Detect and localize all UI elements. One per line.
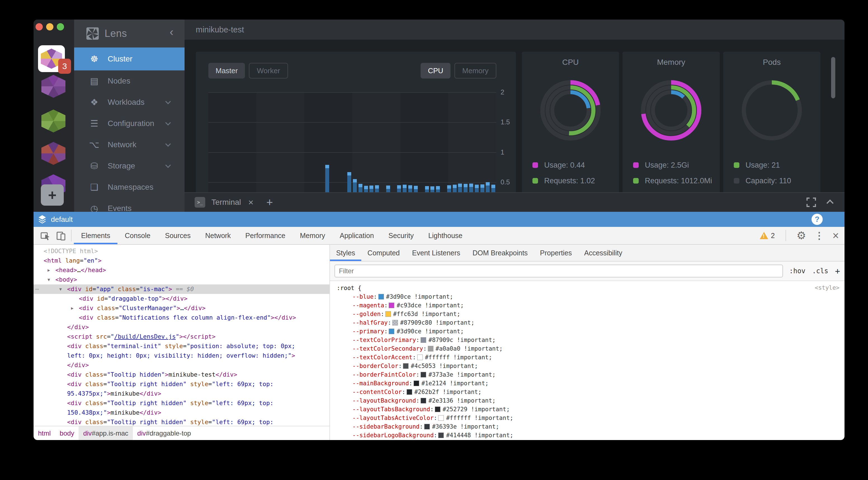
more-options-icon[interactable]: ⋮	[814, 230, 824, 241]
help-button[interactable]: ?	[811, 214, 823, 225]
color-swatch[interactable]	[407, 389, 412, 395]
sidebar-item-nodes[interactable]: ▤Nodes	[74, 70, 185, 92]
color-swatch[interactable]	[438, 433, 444, 438]
css-declaration[interactable]: --textColorSecondary:#a0a0a0 !important;	[330, 344, 844, 353]
dom-tree-row[interactable]: <html lang="en">	[34, 256, 330, 266]
cpu-tab-button[interactable]: CPU	[421, 63, 451, 78]
dom-tree-row[interactable]: <div class="terminal-init" style="positi…	[34, 341, 330, 351]
css-declaration[interactable]: --layoutBackground:#2e3136 !important;	[330, 397, 844, 405]
color-swatch[interactable]	[424, 424, 430, 430]
css-declaration[interactable]: --mainBackground:#1e2124 !important;	[330, 379, 844, 388]
css-declaration[interactable]: --magenta:#c93dce !important;	[330, 301, 844, 310]
dom-tree-row[interactable]: <div class="Notifications flex column al…	[34, 313, 330, 322]
sidebar-item-cluster[interactable]: ☸Cluster	[74, 47, 185, 70]
tab-network[interactable]: Network	[198, 227, 238, 244]
device-toolbar-icon[interactable]	[53, 227, 69, 244]
chevron-down-icon[interactable]	[165, 120, 171, 126]
color-swatch[interactable]	[421, 398, 426, 404]
dom-tree-row[interactable]: ▶<div class="ClusterManager">…</div>	[34, 303, 330, 313]
tab-sources[interactable]: Sources	[158, 227, 198, 244]
css-declaration[interactable]: --primary:#3d90ce !important;	[330, 327, 844, 336]
sidebar-item-workloads[interactable]: ❖Workloads	[74, 92, 185, 113]
css-declaration[interactable]: --golden:#ffc63d !important;	[330, 310, 844, 318]
breadcrumb-item[interactable]: html	[34, 426, 55, 440]
tab-application[interactable]: Application	[333, 227, 381, 244]
minimize-button[interactable]	[46, 23, 54, 30]
chevron-down-icon[interactable]	[165, 99, 171, 104]
row-menu-icon[interactable]: ⋯	[35, 284, 39, 294]
dom-tree-row[interactable]: ▶<head>…</head>	[34, 266, 330, 275]
terminal-close-icon[interactable]: ×	[248, 197, 254, 208]
dom-tree-row[interactable]: <div class="Tooltip hidden">minikube-tes…	[34, 370, 330, 379]
warnings-badge[interactable]: 2	[760, 232, 775, 240]
color-swatch[interactable]	[389, 329, 394, 334]
collapsed-arrow-icon[interactable]: ▶	[48, 266, 50, 275]
tab-lighthouse[interactable]: Lighthouse	[421, 227, 469, 244]
dom-tree-row[interactable]: <script src="/build/LensDev.js"></script…	[34, 332, 330, 341]
close-button[interactable]	[35, 23, 43, 30]
cluster-icon[interactable]	[41, 142, 65, 165]
cls-toggle[interactable]: .cls	[812, 267, 828, 275]
css-declaration[interactable]: --textColorAccent:#ffffff !important;	[330, 353, 844, 362]
sidebar-tab-styles[interactable]: Styles	[330, 245, 361, 261]
sidebar-tab-computed[interactable]: Computed	[361, 245, 406, 261]
css-declaration[interactable]: --layoutTabsBackground:#252729 !importan…	[330, 405, 844, 414]
dom-tree-row[interactable]: </div>	[34, 361, 330, 370]
styles-filter-input[interactable]	[335, 265, 783, 277]
fullscreen-icon[interactable]	[806, 198, 816, 207]
css-declaration[interactable]: --sidebarActiveColor:#ffffff !important;	[330, 440, 844, 440]
sidebar-item-storage[interactable]: ⛁Storage	[74, 155, 185, 177]
dom-tree-row[interactable]: ▼<body>	[34, 275, 330, 284]
expanded-arrow-icon[interactable]: ▼	[59, 284, 62, 294]
expanded-arrow-icon[interactable]: ▼	[48, 275, 50, 284]
css-declaration[interactable]: --layoutTabsActiveColor:#ffffff !importa…	[330, 414, 844, 422]
color-swatch[interactable]	[389, 303, 394, 308]
tab-memory[interactable]: Memory	[292, 227, 332, 244]
color-swatch[interactable]	[435, 407, 440, 412]
css-declaration[interactable]: --borderFaintColor:#373a3e !important;	[330, 371, 844, 379]
cluster-icon[interactable]	[41, 75, 65, 98]
terminal-tab[interactable]: Terminal	[211, 198, 241, 207]
devtools-close-icon[interactable]: ×	[833, 229, 839, 242]
tab-elements[interactable]: Elements	[74, 227, 118, 244]
add-cluster-button[interactable]: +	[41, 184, 64, 206]
style-source-link[interactable]: <style>	[814, 284, 839, 291]
css-declaration[interactable]: --blue:#3d90ce !important;	[330, 293, 844, 301]
sidebar-tab-dom-breakpoints[interactable]: DOM Breakpoints	[466, 245, 534, 261]
cluster-icon[interactable]	[41, 109, 65, 132]
color-swatch[interactable]	[417, 354, 423, 360]
sidebar-collapse-icon[interactable]: ‹	[170, 26, 174, 38]
collapsed-arrow-icon[interactable]: ▶	[71, 303, 73, 313]
master-tab-button[interactable]: Master	[208, 63, 245, 78]
sidebar-tab-event-listeners[interactable]: Event Listeners	[406, 245, 466, 261]
dom-tree-row[interactable]: 150.438px;">minikube</div>	[34, 408, 330, 417]
settings-gear-icon[interactable]: ⚙	[797, 229, 806, 242]
color-swatch[interactable]	[421, 372, 426, 377]
css-declaration[interactable]: --contentColor:#262b2f !important;	[330, 388, 844, 397]
color-swatch[interactable]	[421, 337, 426, 343]
dom-tree-row[interactable]: </div>	[34, 322, 330, 332]
main-scrollbar[interactable]	[831, 57, 835, 98]
breadcrumb-item[interactable]: div#draggable-top	[133, 426, 195, 440]
dom-tree-row[interactable]: <div class="Tooltip right hidden" style=…	[34, 417, 330, 426]
breadcrumb-item[interactable]: div#app.is-mac	[79, 426, 132, 440]
dom-tree-row[interactable]: 95.4375px;">minikube</div>	[34, 389, 330, 399]
color-swatch[interactable]	[378, 294, 384, 300]
dom-tree-row[interactable]: <div id="draggable-top"></div>	[34, 294, 330, 303]
color-swatch[interactable]	[428, 346, 433, 351]
color-swatch[interactable]	[413, 381, 419, 386]
dom-tree-row[interactable]: ⋯▼<div id="app" class="is-mac"> == $0	[34, 284, 330, 294]
zoom-button[interactable]	[57, 23, 64, 30]
color-swatch[interactable]	[403, 363, 408, 369]
sidebar-item-network[interactable]: ⌥Network	[74, 134, 185, 155]
css-declaration[interactable]: --sidebarLogoBackground:#414448 !importa…	[330, 431, 844, 440]
sidebar-tab-properties[interactable]: Properties	[534, 245, 578, 261]
dom-tree-row[interactable]: left: 0px; height: 0px; visibility: hidd…	[34, 351, 330, 361]
terminal-add-icon[interactable]: +	[267, 196, 273, 209]
dom-tree-row[interactable]: <!DOCTYPE html>	[34, 246, 330, 256]
dom-tree-row[interactable]: <div class="Tooltip right hidden" style=…	[34, 399, 330, 408]
sidebar-item-namespaces[interactable]: ❏Namespaces	[74, 177, 185, 198]
chevron-down-icon[interactable]	[165, 162, 171, 168]
memory-tab-button[interactable]: Memory	[455, 63, 496, 78]
css-declaration[interactable]: --textColorPrimary:#87909c !important;	[330, 336, 844, 344]
